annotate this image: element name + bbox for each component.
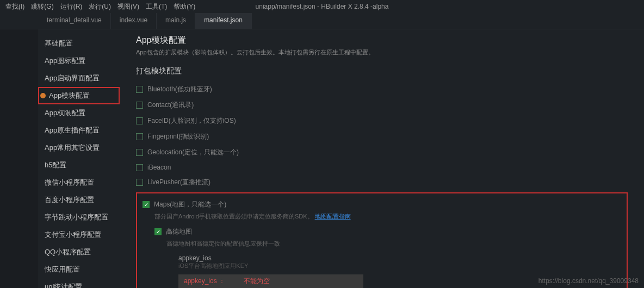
menu-view[interactable]: 视图(V): [114, 1, 143, 12]
module-row[interactable]: Contact(通讯录): [136, 97, 628, 113]
module-label: FaceID(人脸识别，仅支持iOS): [147, 116, 236, 126]
module-label: Fingerprint(指纹识别): [147, 132, 209, 141]
side-nav-item[interactable]: App权限配置: [38, 104, 120, 122]
side-nav: 基础配置App图标配置App启动界面配置App模块配置App权限配置App原生插…: [38, 29, 120, 288]
amap-hint: 高德地图和高德定位的配置信息应保持一致: [166, 240, 621, 248]
tab-index-vue[interactable]: index.vue: [111, 13, 157, 29]
menu-publish[interactable]: 发行(U): [85, 1, 114, 12]
side-nav-item[interactable]: App常用其它设置: [38, 139, 120, 156]
module-label: Contact(通讯录): [147, 101, 194, 110]
window-title: uniapp/manifest.json - HBuilder X 2.8.4 …: [256, 3, 389, 10]
checkbox-icon: ✓: [154, 228, 162, 235]
module-row[interactable]: Bluetooth(低功耗蓝牙): [136, 82, 628, 97]
field-appkey-ios: appkey_ios iOS平台高德地图应用KEY: [178, 254, 621, 270]
amap-option[interactable]: ✓ 高德地图: [154, 224, 621, 240]
checkbox-icon: ✓: [143, 201, 150, 208]
error-text: 不能为空: [244, 277, 270, 285]
module-label: iBeacon: [147, 164, 171, 171]
module-label: Bluetooth(低功耗蓝牙): [147, 85, 212, 94]
checkbox-icon: [136, 149, 143, 156]
activity-bar: [0, 29, 38, 288]
maps-note: 部分国产Android手机获取位置必须申请定位服务商的SDK。 地图配置指南: [154, 212, 621, 221]
side-nav-item[interactable]: App启动界面配置: [38, 70, 120, 87]
menu-find[interactable]: 查找(I): [2, 1, 28, 12]
module-label: LivePusher(直播推流): [147, 178, 210, 187]
side-nav-item[interactable]: QQ小程序配置: [38, 243, 120, 261]
side-nav-item[interactable]: 微信小程序配置: [38, 174, 120, 191]
error-label: appkey_ios ：: [184, 277, 225, 285]
checkbox-icon: [136, 133, 143, 140]
menu-tools[interactable]: 工具(T): [143, 1, 170, 12]
module-row[interactable]: iBeacon: [136, 160, 628, 174]
page-title: App模块配置: [136, 35, 628, 46]
module-label: Geolocation(定位，只能选一个): [147, 148, 239, 157]
checkbox-icon: [136, 86, 143, 93]
side-nav-item[interactable]: 基础配置: [38, 35, 120, 52]
side-nav-item[interactable]: 支付宝小程序配置: [38, 226, 120, 243]
maps-config-guide-link[interactable]: 地图配置指南: [315, 213, 351, 220]
amap-label: 高德地图: [166, 227, 192, 236]
module-row[interactable]: FaceID(人脸识别，仅支持iOS): [136, 113, 628, 129]
side-nav-item[interactable]: App模块配置: [38, 87, 120, 104]
tab-terminal-detail-vue[interactable]: terminal_detail.vue: [38, 13, 111, 29]
page-subtitle: App包含的扩展模块（影响包体积）。云打包后生效。本地打包需另行在原生工程中配置…: [136, 48, 628, 57]
tab-manifest-json[interactable]: manifest.json: [195, 13, 252, 29]
menubar: 查找(I) 跳转(G) 运行(R) 发行(U) 视图(V) 工具(T) 帮助(Y…: [0, 0, 644, 13]
section-title: 打包模块配置: [136, 66, 628, 76]
field-hint: iOS平台高德地图应用KEY: [178, 262, 621, 270]
menu-goto[interactable]: 跳转(G): [28, 1, 57, 12]
field-label: appkey_ios: [178, 254, 621, 262]
side-nav-item[interactable]: App图标配置: [38, 52, 120, 70]
error-row: appkey_ios ： 不能为空: [178, 274, 363, 288]
checkbox-icon: [136, 117, 143, 124]
watermark: https://blog.csdn.net/qq_39009348: [538, 277, 639, 285]
module-label: Maps(地图，只能选一个): [154, 200, 226, 209]
content-panel: App模块配置 App包含的扩展模块（影响包体积）。云打包后生效。本地打包需另行…: [120, 29, 644, 288]
side-nav-item[interactable]: uni统计配置: [38, 278, 120, 288]
checkbox-icon: [136, 102, 143, 109]
side-nav-item[interactable]: 百度小程序配置: [38, 191, 120, 209]
checkbox-icon: [136, 164, 143, 171]
checkbox-icon: [136, 179, 143, 186]
module-row[interactable]: LivePusher(直播推流): [136, 174, 628, 190]
side-nav-item[interactable]: App原生插件配置: [38, 122, 120, 139]
side-nav-item[interactable]: 字节跳动小程序配置: [38, 209, 120, 226]
module-row[interactable]: Fingerprint(指纹识别): [136, 129, 628, 145]
menu-run[interactable]: 运行(R): [57, 1, 86, 12]
module-row[interactable]: Geolocation(定位，只能选一个): [136, 145, 628, 160]
tab-bar: terminal_detail.vueindex.vuemain.jsmanif…: [0, 13, 644, 29]
module-maps[interactable]: ✓ Maps(地图，只能选一个): [143, 197, 621, 212]
side-nav-item[interactable]: 快应用配置: [38, 261, 120, 278]
side-nav-item[interactable]: h5配置: [38, 156, 120, 174]
tab-main-js[interactable]: main.js: [157, 13, 195, 29]
maps-highlight-box: ✓ Maps(地图，只能选一个) 部分国产Android手机获取位置必须申请定位…: [136, 192, 628, 288]
menu-help[interactable]: 帮助(Y): [170, 1, 199, 12]
